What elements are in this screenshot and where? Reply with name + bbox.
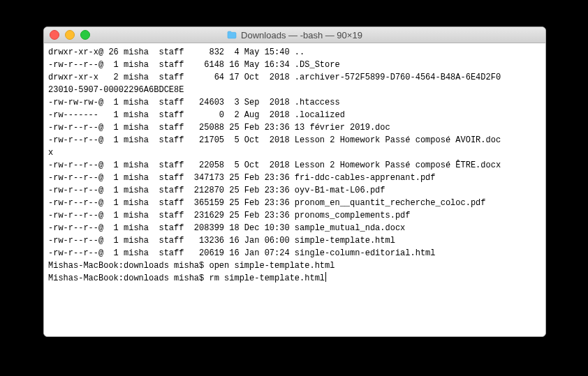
shell-prompt: Mishas-MacBook:downloads misha$	[48, 261, 209, 271]
close-button[interactable]	[50, 30, 59, 40]
prompt-line: Mishas-MacBook:downloads misha$ open sim…	[48, 260, 541, 272]
terminal-body[interactable]: drwxr-xr-x@ 26 misha staff 832 4 May 15:…	[44, 43, 545, 336]
shell-prompt: Mishas-MacBook:downloads misha$	[48, 273, 209, 283]
ls-row-continuation: 23010-5907-00002296A6BDCE8E	[48, 84, 541, 96]
ls-row: -rw------- 1 misha staff 0 2 Aug 2018 .l…	[48, 109, 541, 121]
folder-icon	[227, 31, 237, 39]
ls-row: -rw-r--r--@ 1 misha staff 25088 25 Feb 2…	[48, 121, 541, 134]
ls-row: -rw-r--r--@ 1 misha staff 231629 25 Feb …	[48, 209, 541, 222]
text-cursor	[325, 272, 326, 282]
ls-row: -rw-r--r--@ 1 misha staff 13236 16 Jan 0…	[48, 234, 541, 247]
titlebar[interactable]: Downloads — -bash — 90×19	[44, 27, 545, 43]
ls-row-continuation: x	[48, 146, 541, 159]
ls-row: -rw-r--r--@ 1 misha staff 20619 16 Jan 0…	[48, 247, 541, 260]
window-title: Downloads — -bash — 90×19	[44, 30, 545, 40]
terminal-window: Downloads — -bash — 90×19 drwxr-xr-x@ 26…	[43, 27, 546, 337]
ls-row: -rw-r--r--@ 1 misha staff 22058 5 Oct 20…	[48, 159, 541, 172]
traffic-lights	[50, 30, 90, 40]
minimize-button[interactable]	[65, 30, 75, 40]
shell-command: rm simple-template.html	[209, 273, 325, 283]
ls-row: -rw-rw-rw-@ 1 misha staff 24603 3 Sep 20…	[48, 96, 541, 109]
prompt-line: Mishas-MacBook:downloads misha$ rm simpl…	[48, 272, 541, 285]
zoom-button[interactable]	[80, 30, 90, 40]
ls-row: -rw-r--r--@ 1 misha staff 347173 25 Feb …	[48, 172, 541, 184]
ls-row: -rw-r--r--@ 1 misha staff 212870 25 Feb …	[48, 184, 541, 197]
shell-command: open simple-template.html	[209, 261, 335, 271]
ls-row: -rw-r--r--@ 1 misha staff 6148 16 May 16…	[48, 59, 541, 71]
window-title-text: Downloads — -bash — 90×19	[241, 30, 362, 40]
ls-row: -rw-r--r--@ 1 misha staff 365159 25 Feb …	[48, 197, 541, 209]
ls-row: -rw-r--r--@ 1 misha staff 208399 18 Dec …	[48, 222, 541, 234]
ls-row: drwxr-xr-x 2 misha staff 64 17 Oct 2018 …	[48, 71, 541, 84]
ls-row: drwxr-xr-x@ 26 misha staff 832 4 May 15:…	[48, 46, 541, 59]
ls-row: -rw-r--r--@ 1 misha staff 21705 5 Oct 20…	[48, 134, 541, 146]
